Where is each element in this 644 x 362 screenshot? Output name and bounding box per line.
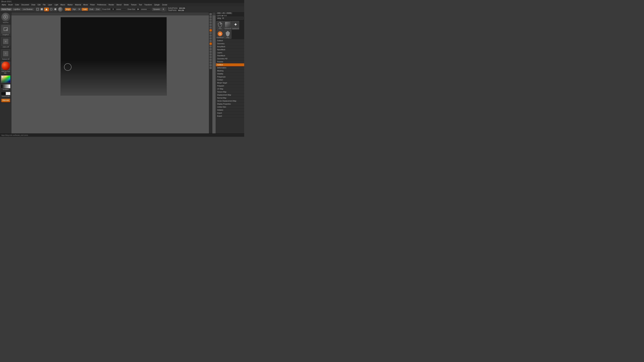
menu-picker[interactable]: Picker	[89, 4, 96, 6]
dynamic-button[interactable]: Dynamic	[152, 8, 161, 11]
section-geometry-hd[interactable]: Geometry HD	[216, 57, 244, 60]
rib-icon-5[interactable]	[210, 24, 212, 26]
menu-draw[interactable]: Draw	[30, 4, 36, 6]
left-alpha[interactable]: α Alpha Off	[0, 36, 12, 49]
focal-shift-slider[interactable]	[116, 9, 126, 10]
tool-thumb-wing2[interactable]: wing	[224, 30, 232, 39]
rib-icon-10[interactable]	[210, 40, 212, 42]
menu-material[interactable]: Material	[74, 4, 82, 6]
menu-texture[interactable]: Texture	[130, 4, 138, 6]
left-masspan[interactable]: MassPan	[0, 12, 12, 24]
zcut-button[interactable]: Zcut	[95, 8, 100, 11]
rib-icon-17[interactable]	[210, 61, 212, 64]
rib-icon-orange-2[interactable]	[210, 42, 212, 45]
section-nanomesh[interactable]: NanoMesh	[216, 48, 244, 51]
section-arraymesh[interactable]: ArrayMesh	[216, 45, 244, 48]
section-geometry[interactable]: Geometry	[216, 42, 244, 45]
section-export[interactable]: Export	[216, 115, 244, 118]
section-uv-map[interactable]: UV Map	[216, 87, 244, 90]
focal-shift-value[interactable]: 0	[111, 8, 116, 10]
draw-mode-3[interactable]	[49, 7, 53, 11]
zadd-button[interactable]: Zadd	[82, 8, 88, 11]
left-gradient[interactable]: Gradient	[0, 84, 12, 91]
menu-document[interactable]: Document	[20, 4, 30, 6]
zsub-button[interactable]: Zsub	[88, 8, 94, 11]
menu-brush[interactable]: Brush	[8, 4, 14, 6]
menu-layer[interactable]: Layer	[47, 4, 53, 6]
left-colorpicker[interactable]	[0, 75, 12, 84]
rib-icon-18[interactable]	[210, 64, 212, 66]
draw-mode-1[interactable]	[36, 7, 40, 11]
section-subtool[interactable]: Subtool	[216, 39, 244, 42]
menu-zscript[interactable]: Zscript	[161, 4, 168, 6]
canvas-viewport[interactable]	[60, 17, 167, 95]
section-visibility[interactable]: Visibility	[216, 72, 244, 75]
section-polypaint[interactable]: Polypaint	[216, 84, 244, 87]
menu-render[interactable]: Render	[108, 4, 115, 6]
menu-stencil[interactable]: Stencil	[116, 4, 122, 6]
menu-light[interactable]: Light	[54, 4, 59, 6]
draw-size-value[interactable]: 64	[136, 8, 140, 10]
menu-macro[interactable]: Macro	[60, 4, 66, 6]
rib-icon-1[interactable]	[210, 13, 212, 15]
rib-icon-14[interactable]	[210, 53, 212, 56]
rib-icon-16[interactable]	[210, 59, 212, 61]
left-alternate[interactable]: Alternate	[0, 98, 12, 103]
menu-edit[interactable]: Edit	[37, 4, 42, 6]
m-button[interactable]: M	[78, 8, 81, 11]
rib-icon-15[interactable]	[210, 56, 212, 58]
switch-color-box[interactable]	[1, 92, 10, 95]
section-initialize[interactable]: Initialize	[216, 109, 244, 112]
rib-icon-4[interactable]	[210, 21, 212, 23]
live-boolean-button[interactable]: Live Boolean	[22, 8, 34, 11]
menu-marker[interactable]: Marker	[66, 4, 74, 6]
section-deformation[interactable]: Deformation	[216, 66, 244, 69]
mrgb-button[interactable]: Mrgb	[65, 8, 71, 11]
section-morph-target[interactable]: Morph Target	[216, 81, 244, 84]
tool-thumb-polymesh3d[interactable]: ✦ PolyMesh3D	[232, 21, 239, 30]
section-polygroups[interactable]: Polygroups	[216, 75, 244, 78]
menu-alpha[interactable]: Alpha	[1, 4, 7, 6]
section-fibermesh[interactable]: FiberMesh	[216, 54, 244, 57]
gradient-box[interactable]	[1, 84, 10, 88]
color-black[interactable]	[1, 92, 6, 95]
color-picker-box[interactable]	[1, 75, 10, 83]
section-layers[interactable]: Layers	[216, 51, 244, 54]
section-normal-map[interactable]: Normal Map	[216, 96, 244, 99]
rib-icon-12[interactable]	[210, 48, 212, 50]
rgb-button[interactable]: Rgb	[72, 8, 77, 11]
section-contact[interactable]: Contact	[216, 78, 244, 81]
tool-thumb-cylinder3d[interactable]: Cylinder3D	[224, 21, 232, 30]
draw-mode-4[interactable]	[54, 7, 57, 11]
tool-thumb-wing1[interactable]: wing	[216, 21, 224, 30]
symmetry-button[interactable]	[162, 7, 166, 11]
menu-tool[interactable]: Tool	[138, 4, 143, 6]
section-vector-displacement[interactable]: Vector Displacement Map	[216, 99, 244, 103]
menu-preferences[interactable]: Preferences	[96, 4, 107, 6]
canvas-area[interactable]	[12, 15, 216, 133]
section-preview[interactable]: Preview	[216, 60, 244, 63]
rib-icon-8[interactable]	[210, 34, 212, 37]
left-texture[interactable]: T Texture Off	[0, 49, 12, 61]
left-matcap[interactable]: MatCap Red Wa...	[0, 61, 12, 75]
rib-icon-7[interactable]	[210, 32, 212, 34]
section-display-properties[interactable]: Display Properties	[216, 103, 244, 106]
draw-mode-active[interactable]	[44, 7, 49, 11]
menu-transform[interactable]: Transform	[143, 4, 153, 6]
menu-file[interactable]: File	[42, 4, 46, 6]
menu-stroke[interactable]: Stroke	[123, 4, 130, 6]
rib-icon-orange-1[interactable]	[210, 29, 212, 31]
rib-icon-9[interactable]	[210, 37, 212, 39]
rib-icon-2[interactable]	[210, 16, 212, 18]
menu-movie[interactable]: Movie	[82, 4, 89, 6]
menu-color[interactable]: Color	[14, 4, 20, 6]
rib-icon-11[interactable]	[210, 45, 212, 48]
left-switchcolor[interactable]: SwitchColor	[0, 91, 12, 98]
section-displacement-map[interactable]: Displacement Map	[216, 93, 244, 96]
rib-icon-13[interactable]	[210, 51, 212, 53]
section-texture-map[interactable]: Texture Map	[216, 90, 244, 93]
rib-icon-6[interactable]	[210, 26, 212, 29]
section-import[interactable]: Import	[216, 112, 244, 115]
lightbox-tools-link[interactable]: Lightbox▶Tools	[216, 14, 244, 17]
material-preview[interactable]	[58, 7, 63, 12]
